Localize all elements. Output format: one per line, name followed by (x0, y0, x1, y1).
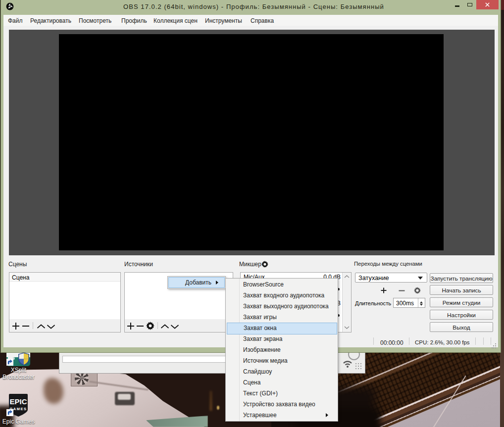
svg-text:EPIC: EPIC (9, 397, 27, 406)
